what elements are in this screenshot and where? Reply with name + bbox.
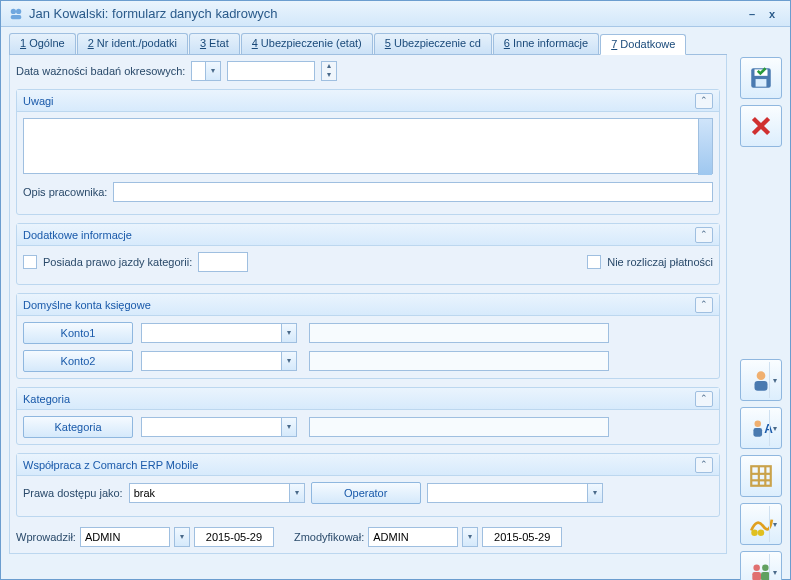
- collapse-mobile[interactable]: ⌃: [695, 457, 713, 473]
- close-button[interactable]: x: [762, 8, 782, 20]
- opis-input[interactable]: [113, 182, 713, 202]
- prawa-dostepu-label: Prawa dostępu jako:: [23, 487, 123, 499]
- svg-point-18: [753, 564, 760, 571]
- tabstrip: 1 Ogólne 2 Nr ident./podatki 3 Etat 4 Ub…: [9, 33, 727, 55]
- svg-point-8: [755, 420, 762, 427]
- operator-combo[interactable]: ▾: [427, 483, 603, 503]
- right-toolbar: ▾ A▾ ▾ ▾ ▾: [740, 57, 784, 580]
- opis-label: Opis pracownika:: [23, 186, 107, 198]
- svg-rect-19: [752, 572, 761, 580]
- svg-point-1: [16, 8, 21, 13]
- data-waznosci-dropdown[interactable]: ▾: [191, 61, 221, 81]
- svg-rect-11: [751, 466, 771, 486]
- collapse-uwagi[interactable]: ⌃: [695, 93, 713, 109]
- toolbar-chart[interactable]: ▾: [740, 503, 782, 545]
- nie-rozliczaj-label: Nie rozliczaj płatności: [607, 256, 713, 268]
- section-konta: Domyślne konta księgowe⌃ Konto1 ▾ Konto2…: [16, 293, 720, 379]
- posiada-prawo-label: Posiada prawo jazdy kategorii:: [43, 256, 192, 268]
- prawo-jazdy-input[interactable]: [198, 252, 248, 272]
- cancel-button[interactable]: [740, 105, 782, 147]
- konto2-combo[interactable]: ▾: [141, 351, 301, 371]
- collapse-dodatkowe[interactable]: ⌃: [695, 227, 713, 243]
- svg-rect-7: [755, 381, 768, 391]
- minimize-button[interactable]: –: [742, 8, 762, 20]
- kategoria-combo[interactable]: ▾: [141, 417, 301, 437]
- svg-point-6: [757, 371, 766, 380]
- konto2-button[interactable]: Konto2: [23, 350, 133, 372]
- window-title: Jan Kowalski: formularz danych kadrowych: [29, 6, 742, 21]
- svg-point-20: [762, 564, 769, 571]
- collapse-kategoria[interactable]: ⌃: [695, 391, 713, 407]
- zmodyfikowal-dd[interactable]: ▾: [462, 527, 478, 547]
- wprowadzil-dd[interactable]: ▾: [174, 527, 190, 547]
- toolbar-people[interactable]: ▾: [740, 551, 782, 580]
- svg-rect-5: [756, 79, 767, 87]
- svg-point-17: [758, 529, 765, 536]
- svg-point-0: [11, 8, 16, 13]
- section-kategoria: Kategoria⌃ Kategoria ▾: [16, 387, 720, 445]
- tab-ubezpieczenie-cd[interactable]: 5 Ubezpieczenie cd: [374, 33, 492, 54]
- scrollbar[interactable]: [698, 119, 712, 175]
- konto1-button[interactable]: Konto1: [23, 322, 133, 344]
- konto1-desc: [309, 323, 609, 343]
- posiada-prawo-checkbox[interactable]: [23, 255, 37, 269]
- save-button[interactable]: [740, 57, 782, 99]
- svg-rect-9: [753, 428, 762, 437]
- main-area: 1 Ogólne 2 Nr ident./podatki 3 Etat 4 Ub…: [1, 27, 735, 579]
- konto1-combo[interactable]: ▾: [141, 323, 301, 343]
- svg-point-16: [751, 529, 758, 536]
- section-mobile-title: Współpraca z Comarch ERP Mobile: [23, 459, 198, 471]
- toolbar-person-letter[interactable]: A▾: [740, 407, 782, 449]
- app-icon: [9, 7, 23, 21]
- section-uwagi-title: Uwagi: [23, 95, 54, 107]
- zmodyfikowal-date: [482, 527, 562, 547]
- section-kategoria-title: Kategoria: [23, 393, 70, 405]
- data-waznosci-spinner[interactable]: ▴▾: [321, 61, 337, 81]
- svg-rect-2: [11, 14, 22, 18]
- tab-ogolne[interactable]: 1 Ogólne: [9, 33, 76, 54]
- tab-nrident[interactable]: 2 Nr ident./podatki: [77, 33, 188, 54]
- tab-dodatkowe[interactable]: 7 Dodatkowe: [600, 34, 686, 55]
- data-waznosci-input[interactable]: [227, 61, 315, 81]
- zmodyfikowal-label: Zmodyfikował:: [294, 531, 364, 543]
- collapse-konta[interactable]: ⌃: [695, 297, 713, 313]
- titlebar: Jan Kowalski: formularz danych kadrowych…: [1, 1, 790, 27]
- window: Jan Kowalski: formularz danych kadrowych…: [0, 0, 791, 580]
- zmodyfikowal-value: [368, 527, 458, 547]
- section-dodatkowe: Dodatkowe informacje⌃ Posiada prawo jazd…: [16, 223, 720, 285]
- wprowadzil-label: Wprowadził:: [16, 531, 76, 543]
- section-dodatkowe-title: Dodatkowe informacje: [23, 229, 132, 241]
- uwagi-textarea[interactable]: [23, 118, 713, 174]
- chevron-down-icon[interactable]: ▾: [769, 554, 779, 580]
- tab-etat[interactable]: 3 Etat: [189, 33, 240, 54]
- section-mobile: Współpraca z Comarch ERP Mobile⌃ Prawa d…: [16, 453, 720, 517]
- toolbar-person[interactable]: ▾: [740, 359, 782, 401]
- operator-button[interactable]: Operator: [311, 482, 421, 504]
- tab-inne[interactable]: 6 Inne informacje: [493, 33, 599, 54]
- data-waznosci-label: Data ważności badań okresowych:: [16, 65, 185, 77]
- wprowadzil-date: [194, 527, 274, 547]
- section-konta-title: Domyślne konta księgowe: [23, 299, 151, 311]
- nie-rozliczaj-checkbox[interactable]: [587, 255, 601, 269]
- section-uwagi: Uwagi⌃ Opis pracownika:: [16, 89, 720, 215]
- uwagi-textarea-wrap: [23, 118, 713, 176]
- konto2-desc: [309, 351, 609, 371]
- audit-row: Wprowadził: ▾ Zmodyfikował: ▾: [16, 527, 720, 547]
- toolbar-grid[interactable]: [740, 455, 782, 497]
- tab-content: Data ważności badań okresowych: ▾ ▴▾ Uwa…: [9, 55, 727, 554]
- chevron-down-icon[interactable]: ▾: [769, 506, 779, 542]
- chevron-down-icon[interactable]: ▾: [769, 362, 779, 398]
- kategoria-button[interactable]: Kategoria: [23, 416, 133, 438]
- chevron-down-icon[interactable]: ▾: [769, 410, 779, 446]
- wprowadzil-value: [80, 527, 170, 547]
- tab-ubezpieczenie-etat[interactable]: 4 Ubezpieczenie (etat): [241, 33, 373, 54]
- kategoria-desc: [309, 417, 609, 437]
- prawa-dostepu-combo[interactable]: ▾: [129, 483, 305, 503]
